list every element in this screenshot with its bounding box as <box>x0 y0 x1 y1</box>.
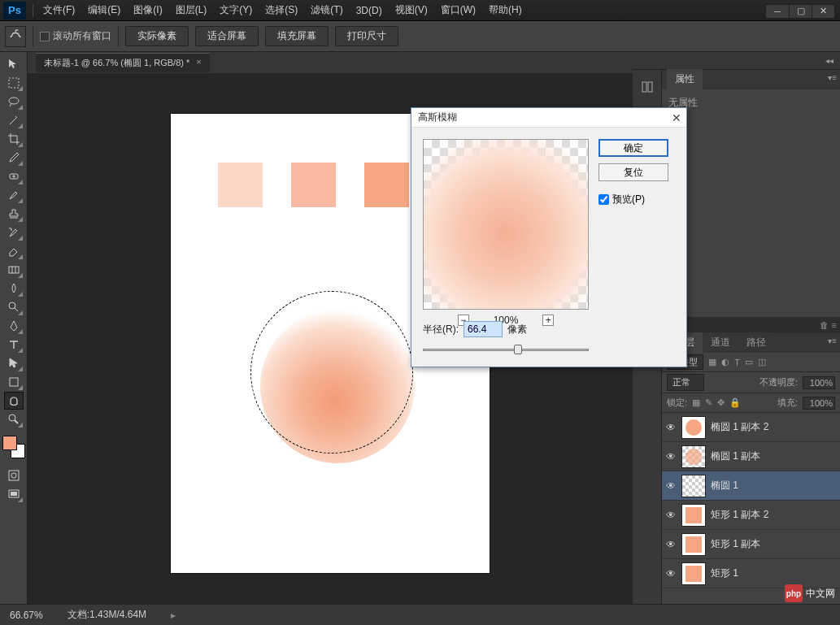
channels-tab[interactable]: 通道 <box>703 332 738 353</box>
filter-adjust-icon[interactable]: ◐ <box>721 357 729 367</box>
layer-list: 👁 椭圆 1 副本 2 👁 椭圆 1 副本 👁 椭圆 1 <box>662 413 840 604</box>
layers-panel-menu-icon[interactable]: ▾≡ <box>828 336 837 345</box>
dialog-titlebar[interactable]: 高斯模糊 ✕ <box>411 108 686 128</box>
stamp-tool-icon[interactable] <box>4 205 24 223</box>
layer-item[interactable]: 👁 矩形 1 副本 <box>662 530 840 559</box>
gradient-tool-icon[interactable] <box>4 261 24 279</box>
status-zoom[interactable]: 66.67% <box>10 610 43 621</box>
layer-name: 椭圆 1 副本 2 <box>711 420 768 434</box>
foreground-color-swatch[interactable] <box>2 436 17 450</box>
panel-menu-icon[interactable]: ≡ <box>832 320 837 330</box>
properties-tab[interactable]: 属性 <box>667 69 703 89</box>
visibility-icon[interactable]: 👁 <box>665 568 677 579</box>
fill-screen-button[interactable]: 填充屏幕 <box>265 26 329 46</box>
lasso-tool-icon[interactable] <box>4 93 24 111</box>
document-tab[interactable]: 未标题-1 @ 66.7% (椭圆 1, RGB/8) * × <box>36 53 210 72</box>
marquee-tool-icon[interactable] <box>4 74 24 92</box>
visibility-icon[interactable]: 👁 <box>665 422 677 433</box>
layer-item[interactable]: 👁 椭圆 1 副本 <box>662 442 840 471</box>
trash-icon[interactable]: 🗑 <box>820 320 829 330</box>
window-controls: ─ ▢ ✕ <box>765 4 835 19</box>
svg-rect-0 <box>9 78 19 88</box>
blur-tool-icon[interactable] <box>4 280 24 297</box>
menu-type[interactable]: 文字(Y) <box>213 3 259 17</box>
status-doc-info[interactable]: 文档:1.43M/4.64M <box>67 608 146 622</box>
path-select-tool-icon[interactable] <box>4 354 24 372</box>
radius-input[interactable] <box>464 321 503 337</box>
scroll-all-checkbox[interactable]: 滚动所有窗口 <box>40 29 111 43</box>
visibility-icon[interactable]: 👁 <box>665 510 677 521</box>
opacity-input[interactable]: 100% <box>803 376 835 389</box>
menu-view[interactable]: 视图(V) <box>389 3 434 17</box>
menu-layer[interactable]: 图层(L) <box>169 3 214 17</box>
screenmode-icon[interactable] <box>4 485 24 503</box>
crop-tool-icon[interactable] <box>4 130 24 148</box>
menu-file[interactable]: 文件(F) <box>37 3 81 17</box>
shape-tool-icon[interactable] <box>4 373 24 391</box>
blend-mode-select[interactable]: 正常 <box>667 374 704 391</box>
properties-dock-icon[interactable] <box>638 78 657 96</box>
visibility-icon[interactable]: 👁 <box>665 539 677 550</box>
eyedropper-tool-icon[interactable] <box>4 149 24 167</box>
paths-tab[interactable]: 路径 <box>738 332 774 353</box>
options-bar: 滚动所有窗口 实际像素 适合屏幕 填充屏幕 打印尺寸 <box>0 21 840 52</box>
dialog-close-icon[interactable]: ✕ <box>672 111 681 124</box>
layer-item[interactable]: 👁 椭圆 1 副本 2 <box>662 413 840 442</box>
eraser-tool-icon[interactable] <box>4 242 24 260</box>
menu-select[interactable]: 选择(S) <box>259 3 304 17</box>
quickmask-icon[interactable] <box>4 467 24 484</box>
dock-collapse-strip[interactable]: ◂◂ <box>633 52 840 70</box>
maximize-button[interactable]: ▢ <box>789 5 812 18</box>
menu-help[interactable]: 帮助(H) <box>482 3 529 17</box>
slider-thumb[interactable] <box>514 345 522 354</box>
fit-screen-button[interactable]: 适合屏幕 <box>195 26 259 46</box>
ok-button[interactable]: 确定 <box>598 139 668 157</box>
move-tool-icon[interactable] <box>4 55 24 73</box>
radius-slider[interactable] <box>423 344 589 355</box>
properties-tab-row: 属性 ▾≡ <box>662 70 840 89</box>
filter-shape-icon[interactable]: ▭ <box>745 357 753 367</box>
menu-window[interactable]: 窗口(W) <box>434 3 482 17</box>
lock-transparency-icon[interactable]: ▦ <box>692 397 700 408</box>
pen-tool-icon[interactable] <box>4 317 24 335</box>
document-tab-label: 未标题-1 @ 66.7% (椭圆 1, RGB/8) * <box>44 57 189 69</box>
zoom-in-button[interactable]: + <box>542 315 554 326</box>
filter-pixel-icon[interactable]: ▦ <box>708 357 716 367</box>
print-size-button[interactable]: 打印尺寸 <box>335 26 398 46</box>
dodge-tool-icon[interactable] <box>4 298 24 316</box>
lock-pixels-icon[interactable]: ✎ <box>705 397 712 408</box>
close-tab-icon[interactable]: × <box>196 57 201 69</box>
brush-tool-icon[interactable] <box>4 186 24 204</box>
actual-pixels-button[interactable]: 实际像素 <box>125 26 189 46</box>
filter-type-icon[interactable]: T <box>734 358 740 367</box>
lock-all-icon[interactable]: 🔒 <box>729 397 741 408</box>
reset-button[interactable]: 复位 <box>598 163 668 181</box>
collapse-icon[interactable]: ◂◂ <box>822 55 837 67</box>
menu-edit[interactable]: 编辑(E) <box>81 3 127 17</box>
history-brush-tool-icon[interactable] <box>4 224 24 241</box>
blur-preview[interactable] <box>423 139 589 310</box>
fill-input[interactable]: 100% <box>803 397 835 410</box>
color-swatches[interactable] <box>2 436 25 458</box>
minimize-button[interactable]: ─ <box>766 5 789 18</box>
wand-tool-icon[interactable] <box>4 111 24 129</box>
layer-item[interactable]: 👁 椭圆 1 <box>662 471 840 501</box>
menu-image[interactable]: 图像(I) <box>127 3 168 17</box>
active-tool-icon[interactable] <box>5 26 26 47</box>
preview-checkbox[interactable]: 预览(P) <box>598 193 668 206</box>
visibility-icon[interactable]: 👁 <box>665 451 677 462</box>
lock-position-icon[interactable]: ✥ <box>717 397 725 408</box>
panel-menu-icon[interactable]: ▾≡ <box>828 73 837 82</box>
document-tabs: 未标题-1 @ 66.7% (椭圆 1, RGB/8) * × <box>28 52 633 73</box>
svg-rect-7 <box>9 471 19 480</box>
zoom-tool-icon[interactable] <box>4 410 24 428</box>
visibility-icon[interactable]: 👁 <box>665 480 677 492</box>
close-button[interactable]: ✕ <box>812 5 834 18</box>
type-tool-icon[interactable] <box>4 336 24 354</box>
layer-item[interactable]: 👁 矩形 1 副本 2 <box>662 501 840 530</box>
hand-tool-icon[interactable] <box>4 392 24 410</box>
menu-3d[interactable]: 3D(D) <box>350 5 389 16</box>
healing-tool-icon[interactable] <box>4 167 24 185</box>
filter-smart-icon[interactable]: ◫ <box>758 357 766 367</box>
menu-filter[interactable]: 滤镜(T) <box>304 3 349 17</box>
